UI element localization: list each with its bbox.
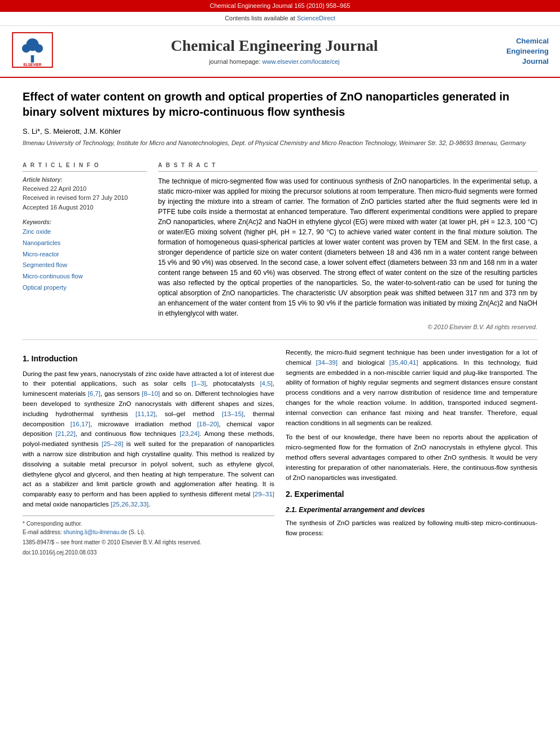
paper-authors: S. Li*, S. Meierott, J.M. Köhler	[23, 126, 537, 137]
paper-title: Effect of water content on growth and op…	[23, 89, 537, 120]
sciencedirect-link[interactable]: ScienceDirect	[297, 15, 335, 21]
journal-header: ELSEVIER Chemical Engineering Journal jo…	[0, 26, 560, 78]
section2-title: 2. Experimental	[286, 489, 537, 500]
subsection2-1-label: Experimental arrangement and devices	[299, 506, 425, 514]
elsevier-logo-area: ELSEVIER	[11, 32, 56, 71]
footnote-email-suffix: (S. Li).	[127, 529, 145, 535]
body-left-col: 1. Introduction During the past few year…	[23, 348, 274, 557]
history-label: Article history:	[23, 176, 147, 184]
ref-11-12: [11,12]	[135, 410, 155, 417]
ref-13-15: [13–15]	[222, 410, 243, 417]
section2-label: Experimental	[295, 490, 344, 499]
article-history-section: Article history: Received 22 April 2010 …	[23, 176, 147, 212]
footnote-email: shuning.li@tu-ilmenau.de	[63, 529, 127, 535]
thermal-text: thermal	[253, 410, 274, 417]
right-paragraph2: To the best of our knowledge, there have…	[286, 433, 537, 483]
abstract-text: The technique of micro-segmented flow wa…	[158, 176, 537, 318]
elsevier-tree-logo: ELSEVIER	[11, 32, 54, 68]
journal-citation-bar: Chemical Engineering Journal 165 (2010) …	[0, 0, 560, 12]
intro-section-title: 1. Introduction	[23, 353, 274, 365]
contents-prefix: Contents lists available at	[225, 15, 297, 21]
paper-affiliation: Ilmenau University of Technology, Instit…	[23, 139, 537, 147]
footnote-email-label: E-mail address:	[23, 529, 63, 535]
keyword-6: Optical property	[23, 282, 147, 294]
article-info-heading: A R T I C L E I N F O	[23, 161, 147, 172]
doi-line: doi:10.1016/j.cej.2010.08.033	[23, 549, 274, 557]
received-date: Received 22 April 2010	[23, 184, 147, 194]
keywords-list: Zinc oxide Nanoparticles Micro-reactor S…	[23, 226, 147, 294]
ref-1-3: [1–3]	[191, 380, 206, 387]
section2-number: 2.	[286, 490, 292, 499]
ref-35-40-41: [35,40,41]	[390, 359, 418, 366]
section-divider	[23, 339, 537, 340]
footnote-star-text: * Corresponding author.	[23, 521, 82, 527]
keywords-label: Keywords:	[23, 219, 147, 226]
paper-title-section: Effect of water content on growth and op…	[0, 78, 560, 161]
issn-line: 1385-8947/$ – see front matter © 2010 El…	[23, 539, 274, 547]
journal-citation-text: Chemical Engineering Journal 165 (2010) …	[210, 2, 351, 9]
subsection2-1-title: 2.1. Experimental arrangement and device…	[286, 505, 537, 515]
svg-point-4	[34, 44, 43, 53]
journal-right-line3: Journal	[492, 56, 549, 67]
accepted-date: Accepted 16 August 2010	[23, 203, 147, 212]
ref-6-7: [6,7]	[88, 390, 100, 397]
footnote-area: * Corresponding author. E-mail address: …	[23, 516, 274, 536]
subsection2-1-number: 2.1.	[286, 506, 297, 514]
right-paragraph1: Recently, the micro-fluid segment techni…	[286, 348, 537, 429]
keyword-1: Zinc oxide	[23, 226, 147, 238]
body-section: 1. Introduction During the past few year…	[0, 348, 560, 557]
ref-29-31: [29–31]	[253, 491, 274, 497]
ref-8-10: [8–10]	[142, 390, 160, 397]
svg-text:ELSEVIER: ELSEVIER	[23, 63, 41, 67]
contents-link-bar: Contents lists available at ScienceDirec…	[0, 12, 560, 25]
article-info-col: A R T I C L E I N F O Article history: R…	[23, 161, 147, 331]
journal-right-line2: Engineering	[492, 46, 549, 56]
footnote-email-line: E-mail address: shuning.li@tu-ilmenau.de…	[23, 528, 274, 536]
ref-18-20: [18–20]	[197, 421, 218, 427]
intro-paragraph1: During the past few years, nanocrystals …	[23, 369, 274, 510]
homepage-url[interactable]: www.elsevier.com/locate/cej	[262, 58, 340, 65]
journal-name-box: Chemical Engineering Journal	[492, 36, 549, 67]
keyword-4: Segmented flow	[23, 260, 147, 271]
ref-23-24: [23,24]	[180, 430, 199, 437]
footnote-corresponding: * Corresponding author.	[23, 519, 274, 528]
svg-rect-1	[31, 55, 34, 63]
journal-main-title: Chemical Engineering Journal	[62, 36, 487, 55]
svg-point-3	[22, 44, 30, 53]
journal-title-center: Chemical Engineering Journal journal hom…	[62, 36, 487, 66]
ref-34-39: [34–39]	[316, 359, 338, 366]
ref-25-28: [25–28]	[102, 440, 123, 447]
intro-section-label: Introduction	[32, 354, 78, 363]
journal-homepage-line: journal homepage: www.elsevier.com/locat…	[62, 58, 487, 66]
keyword-2: Nanoparticles	[23, 238, 147, 249]
revised-date: Received in revised form 27 July 2010	[23, 193, 147, 203]
keywords-section: Keywords: Zinc oxide Nanoparticles Micro…	[23, 219, 147, 294]
intro-section-number: 1.	[23, 354, 29, 363]
ref-21-22: [21,22]	[56, 430, 76, 437]
right-paragraph3: The synthesis of ZnO particles was reali…	[286, 518, 537, 539]
ref-4-5: [4,5]	[260, 380, 272, 387]
keyword-3: Micro-reactor	[23, 249, 147, 260]
body-right-col: Recently, the micro-fluid segment techni…	[286, 348, 537, 557]
abstract-heading: A B S T R A C T	[158, 161, 537, 172]
ref-25-26: [25,26,32,33]	[111, 501, 148, 508]
homepage-prefix: journal homepage:	[209, 58, 262, 65]
keyword-5: Micro-continuous flow	[23, 271, 147, 282]
abstract-col: A B S T R A C T The technique of micro-s…	[158, 161, 537, 331]
journal-right-line1: Chemical	[492, 36, 549, 46]
article-info-abstract-section: A R T I C L E I N F O Article history: R…	[0, 161, 560, 331]
ref-16-17: [16,17]	[71, 421, 90, 427]
copyright-line: © 2010 Elsevier B.V. All rights reserved…	[158, 323, 537, 331]
